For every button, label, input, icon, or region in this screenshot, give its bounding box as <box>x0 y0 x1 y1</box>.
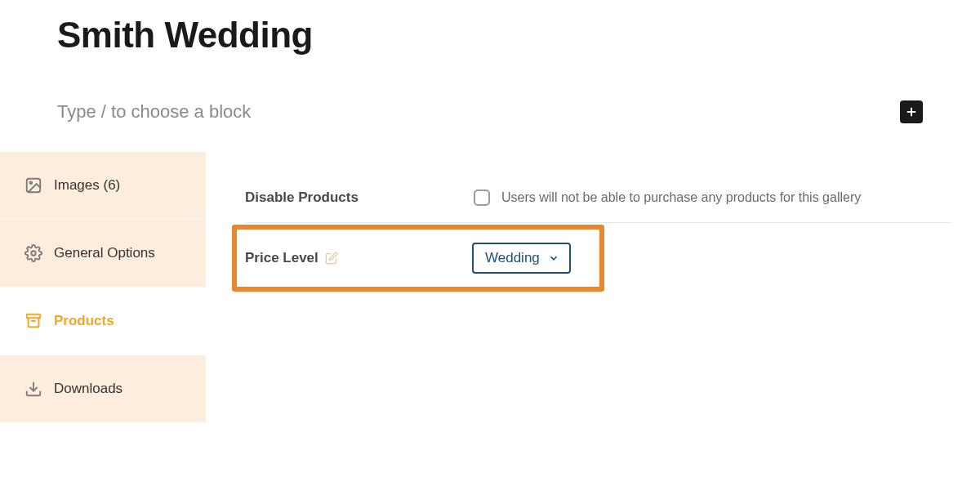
sidebar: Images (6) General Options Products <box>0 152 206 423</box>
disable-products-checkbox[interactable] <box>474 190 490 206</box>
edit-icon[interactable] <box>325 252 338 265</box>
svg-rect-5 <box>27 314 41 319</box>
sidebar-item-products[interactable]: Products <box>0 288 206 355</box>
svg-point-4 <box>31 251 36 256</box>
image-icon <box>24 176 42 194</box>
download-icon <box>24 380 42 398</box>
chevron-down-icon <box>548 252 559 264</box>
sidebar-item-downloads[interactable]: Downloads <box>0 355 206 423</box>
sidebar-item-images[interactable]: Images (6) <box>0 152 206 220</box>
disable-products-label: Disable Products <box>245 190 474 206</box>
sidebar-item-label: Products <box>54 313 114 329</box>
svg-point-3 <box>29 181 32 184</box>
plus-icon <box>904 105 919 119</box>
sidebar-item-label: Downloads <box>54 381 122 397</box>
content-area: Disable Products Users will not be able … <box>206 152 980 423</box>
price-level-selected: Wedding <box>485 250 540 266</box>
price-level-select[interactable]: Wedding <box>472 243 571 274</box>
setting-disable-products: Disable Products Users will not be able … <box>245 176 951 223</box>
sidebar-item-general-options[interactable]: General Options <box>0 220 206 288</box>
sidebar-item-label: Images (6) <box>54 177 120 194</box>
block-placeholder[interactable]: Type / to choose a block <box>57 101 251 123</box>
add-block-button[interactable] <box>900 100 923 123</box>
gear-icon <box>24 244 42 262</box>
setting-price-level: Price Level Wedding <box>232 225 604 292</box>
price-level-label: Price Level <box>245 250 318 266</box>
page-title[interactable]: Smith Wedding <box>57 0 923 56</box>
disable-products-helper: Users will not be able to purchase any p… <box>501 190 861 205</box>
archive-icon <box>24 312 42 330</box>
sidebar-item-label: General Options <box>54 245 155 261</box>
